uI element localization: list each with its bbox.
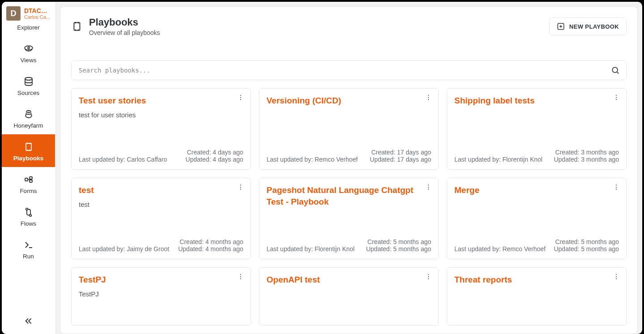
sidebar-item-label: Explorer xyxy=(17,24,39,31)
sidebar-item-explorer[interactable]: Explorer xyxy=(2,21,55,36)
database-icon xyxy=(23,76,34,87)
playbook-title: TestPJ xyxy=(79,274,243,286)
playbook-meta: Last updated by: Carlos CaffaroCreated: … xyxy=(79,149,243,163)
sidebar-item-label: Flows xyxy=(21,220,36,227)
playbook-card[interactable]: Test user storiestest for user storiesLa… xyxy=(71,88,251,170)
playbook-card[interactable]: Threat reports xyxy=(447,267,627,325)
svg-point-35 xyxy=(428,278,429,279)
dots-vertical-icon xyxy=(237,184,244,191)
search-bar[interactable] xyxy=(71,60,627,80)
org-switcher[interactable]: D DTACT ... Carlos Ca... xyxy=(2,2,55,21)
hive-icon xyxy=(23,109,34,120)
dots-vertical-icon xyxy=(613,94,620,101)
svg-point-13 xyxy=(240,97,241,98)
card-menu-button[interactable] xyxy=(235,182,246,193)
flows-icon xyxy=(23,207,34,218)
updated-by: Last updated by: Florentijn Knol xyxy=(454,156,542,163)
new-playbook-button[interactable]: NEW PLAYBOOK xyxy=(549,17,627,35)
svg-rect-6 xyxy=(30,180,32,182)
svg-point-28 xyxy=(616,187,617,188)
svg-rect-3 xyxy=(26,143,31,150)
playbook-card[interactable]: Shipping label testsLast updated by: Flo… xyxy=(447,88,627,170)
svg-point-17 xyxy=(428,99,429,100)
playbook-icon xyxy=(71,21,83,32)
svg-point-8 xyxy=(29,214,31,216)
playbook-icon xyxy=(23,141,34,152)
svg-point-32 xyxy=(240,278,241,279)
svg-rect-5 xyxy=(30,177,32,179)
sidebar-item-run[interactable]: Run xyxy=(2,232,55,265)
svg-point-23 xyxy=(240,189,241,190)
svg-point-38 xyxy=(616,278,617,279)
org-subtitle: Carlos Ca... xyxy=(24,14,51,20)
svg-point-24 xyxy=(428,184,429,185)
page-subtitle: Overview of all playbooks xyxy=(89,29,160,36)
svg-point-12 xyxy=(240,95,241,96)
playbook-meta: Last updated by: Florentijn KnolCreated:… xyxy=(454,149,619,163)
svg-point-21 xyxy=(240,184,241,185)
sidebar-item-label: Views xyxy=(21,57,37,64)
playbook-title: OpenAPI test xyxy=(267,274,431,286)
sidebar-item-flows[interactable]: Flows xyxy=(2,200,55,232)
playbook-meta: Last updated by: Remco VerhoefCreated: 1… xyxy=(267,149,431,163)
svg-rect-4 xyxy=(25,178,28,181)
sidebar-item-forms[interactable]: Forms xyxy=(2,167,55,200)
playbook-meta: Last updated by: Remco VerhoefCreated: 5… xyxy=(454,238,619,253)
button-label: NEW PLAYBOOK xyxy=(569,23,619,30)
card-menu-button[interactable] xyxy=(611,182,622,193)
card-menu-button[interactable] xyxy=(235,92,246,103)
content-panel: Playbooks Overview of all playbooks NEW … xyxy=(60,6,638,334)
svg-point-34 xyxy=(428,276,429,277)
updated-by: Last updated by: Florentijn Knol xyxy=(267,245,355,253)
playbook-meta: Last updated by: Jaimy de GrootCreated: … xyxy=(79,238,243,253)
svg-rect-9 xyxy=(74,22,80,30)
sidebar: D DTACT ... Carlos Ca... Explorer Views xyxy=(2,2,55,334)
updated-by: Last updated by: Remco Verhoef xyxy=(454,245,546,253)
svg-point-11 xyxy=(612,67,618,73)
card-menu-button[interactable] xyxy=(423,92,434,103)
svg-point-29 xyxy=(616,189,617,190)
sidebar-item-label: Run xyxy=(23,253,34,260)
playbook-card[interactable]: Versioning (CI/CD)Last updated by: Remco… xyxy=(259,88,439,170)
playbook-card[interactable]: Pageshot Natural Language Chatgpt Test -… xyxy=(259,178,439,259)
svg-point-37 xyxy=(616,276,617,277)
search-input[interactable] xyxy=(78,66,611,74)
dots-vertical-icon xyxy=(237,94,244,101)
svg-point-16 xyxy=(428,97,429,98)
playbook-grid: Test user storiestest for user storiesLa… xyxy=(71,88,627,325)
created-at: Created: 3 months ago xyxy=(554,149,619,156)
content: Test user storiestest for user storiesLa… xyxy=(60,52,637,325)
card-menu-button[interactable] xyxy=(611,271,622,282)
dots-vertical-icon xyxy=(613,184,620,191)
dots-vertical-icon xyxy=(237,273,244,280)
card-menu-button[interactable] xyxy=(611,92,622,103)
svg-point-33 xyxy=(428,274,429,275)
svg-point-27 xyxy=(616,184,617,185)
sidebar-item-views[interactable]: Views xyxy=(2,36,55,69)
playbook-card[interactable]: testtestLast updated by: Jaimy de GrootC… xyxy=(71,178,251,259)
playbook-card[interactable]: TestPJTestPJ xyxy=(71,267,251,325)
plus-square-icon xyxy=(557,22,565,30)
card-menu-button[interactable] xyxy=(423,271,434,282)
dots-vertical-icon xyxy=(425,94,432,101)
svg-point-30 xyxy=(240,274,241,275)
page-header: Playbooks Overview of all playbooks NEW … xyxy=(60,7,637,52)
sidebar-item-sources[interactable]: Sources xyxy=(2,69,55,102)
updated-at: Updated: 17 days ago xyxy=(370,156,431,163)
playbook-description: TestPJ xyxy=(79,290,243,298)
eye-icon xyxy=(23,43,34,54)
playbook-title: Versioning (CI/CD) xyxy=(267,95,431,107)
playbook-title: Shipping label tests xyxy=(454,95,619,107)
collapse-sidebar-button[interactable] xyxy=(2,310,55,334)
sidebar-item-honeyfarm[interactable]: Honeyfarm xyxy=(2,102,55,134)
playbook-card[interactable]: OpenAPI test xyxy=(259,267,439,325)
sidebar-item-label: Playbooks xyxy=(13,155,44,162)
updated-at: Updated: 4 months ago xyxy=(178,245,243,253)
sidebar-item-playbooks[interactable]: Playbooks xyxy=(2,134,55,167)
updated-at: Updated: 3 months ago xyxy=(554,156,619,163)
playbook-card[interactable]: MergeLast updated by: Remco VerhoefCreat… xyxy=(447,178,627,259)
dots-vertical-icon xyxy=(613,273,620,280)
card-menu-button[interactable] xyxy=(235,271,246,282)
playbook-description: test xyxy=(79,201,243,208)
card-menu-button[interactable] xyxy=(423,182,434,193)
